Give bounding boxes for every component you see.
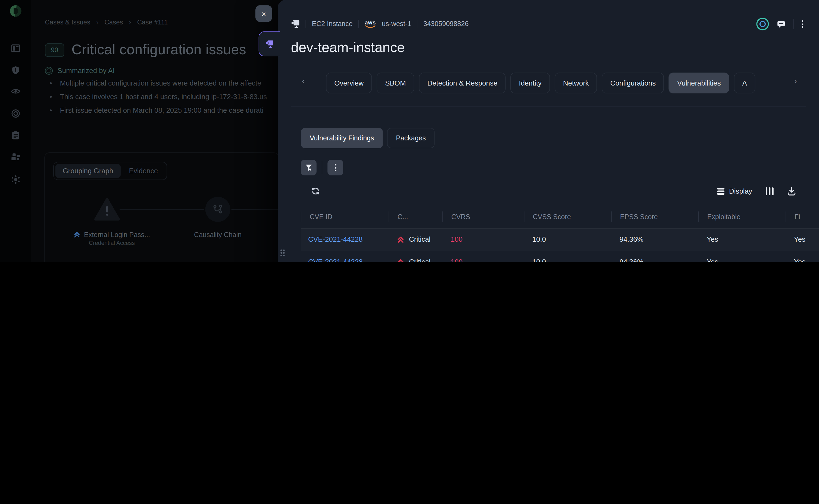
column-header[interactable]: C... [388,211,443,222]
asset-tab[interactable]: Overview [326,73,372,93]
case-title: Critical configuration issues [71,42,246,58]
column-header[interactable]: CVE ID [301,211,388,222]
display-button[interactable]: Display [717,187,752,195]
case-score-badge: 90 [45,43,64,57]
tabs-bar: OverviewSBOMDetection & ResponseIdentity… [326,73,789,95]
causality-chain-label[interactable]: Causality Chain [194,231,241,239]
asset-tab[interactable]: Detection & Response [419,73,506,93]
filter-button[interactable] [301,160,316,175]
breadcrumb-case-111[interactable]: Case #111 [137,19,168,26]
causality-chain-node-icon[interactable] [205,197,230,222]
left-sidebar: ? MB [0,0,31,262]
breadcrumb-cases-issues[interactable]: Cases & Issues [45,19,90,26]
graph-view-tab[interactable]: Evidence [122,164,165,178]
account-id-label: 343059098826 [424,20,469,28]
orca-logo-icon[interactable] [10,5,21,17]
display-lines-icon [717,188,724,195]
asset-tab[interactable]: Configurations [602,73,664,93]
ai-summary-icon [45,67,53,75]
ai-bullet: •Multiple critical configuration issues … [50,79,261,87]
download-icon[interactable] [787,187,796,196]
active-asset-side-tab[interactable] [258,31,280,56]
breadcrumb-separator: › [96,19,98,26]
attack-node-label[interactable]: External Login Pass... [74,231,150,239]
exploitable-cell: Yes [698,236,786,244]
panel-resize-handle[interactable] [280,250,285,257]
asset-tab[interactable]: Identity [511,73,550,93]
columns-icon[interactable] [766,187,774,195]
asset-tab[interactable]: A [734,73,755,93]
ai-bullet: •First issue detected on March 08, 2025 … [50,106,263,114]
asset-tab[interactable]: Vulnerabilities [669,73,729,93]
column-header[interactable]: Exploitable [698,211,786,222]
ai-summary-label: Summarized by AI [57,67,115,75]
asset-tab[interactable]: Network [555,73,597,93]
breadcrumb: Cases & Issues › Cases › Case #111 [45,19,168,26]
ai-assistant-ring-icon[interactable] [756,18,769,30]
cve-link[interactable]: CVE-2021-44228 [301,258,388,262]
sidebar-item-attack-hub[interactable] [11,175,20,184]
breadcrumb-separator: › [129,19,131,26]
close-drawer-button[interactable]: × [255,5,272,22]
fix-cell: Yes [786,236,819,244]
cve-link[interactable]: CVE-2021-44228 [301,236,388,244]
region-label: us-west-1 [382,20,411,28]
column-header[interactable]: CVSS Score [524,211,611,222]
sidebar-item-compliance-clipboard[interactable] [11,131,20,140]
more-options-icon[interactable] [802,20,804,28]
severity-icon [397,258,404,262]
monitor-icon [291,20,300,28]
graph-view-tab[interactable]: Grouping Graph [55,164,121,178]
grouping-graph-card: Grouping GraphEvidence External Login Pa… [44,152,279,262]
severity-cell: Critical [388,258,443,262]
severity-icon [397,236,404,243]
tabs-scroll-left-icon[interactable]: ‹ [302,76,305,87]
app-root: ? MB Cases & Issues › Cases › Case #111 … [0,0,819,262]
exploitable-cell: Yes [698,258,786,262]
cvrs-cell: 100 [443,258,524,262]
graph-view-switcher: Grouping GraphEvidence [53,162,167,180]
sidebar-item-target[interactable] [11,109,20,118]
severity-chevron-icon [74,231,80,238]
column-header[interactable]: CVRS [443,211,524,222]
sidebar-item-dashboard[interactable] [11,44,20,53]
monitor-icon [265,40,274,48]
table-header: CVE IDC...CVRSCVSS ScoreEPSS ScoreExploi… [301,209,819,225]
table-row[interactable]: CVE-2021-44228 Critical 100 10.0 94.36% … [301,250,819,262]
findings-subtab[interactable]: Vulnerability Findings [301,128,383,148]
asset-type-label: EC2 Instance [312,20,353,28]
comment-icon[interactable] [777,20,786,29]
sidebar-item-alerts-shield[interactable] [11,66,20,75]
cvrs-cell: 100 [443,236,524,244]
column-header[interactable]: Fi [786,211,819,222]
table-options-button[interactable] [327,160,343,175]
severity-cell: Critical [388,236,443,244]
severity-label: Critical [409,236,431,244]
aws-logo-icon: aws [365,20,376,29]
asset-drawer: EC2 Instance aws us-west-1 343059098826 … [278,0,819,262]
table-row[interactable]: CVE-2021-44228 Critical 100 10.0 94.36% … [301,228,819,250]
vulnerability-table: CVE-2021-44228 Critical 100 10.0 94.36% … [301,228,819,262]
sidebar-item-inventory-blocks[interactable] [11,153,20,161]
findings-switcher: Vulnerability FindingsPackages [301,128,435,148]
severity-label: Critical [409,258,431,262]
cvss-cell: 10.0 [524,236,611,244]
tabs-divider [291,106,806,107]
epss-cell: 94.36% [611,258,698,262]
epss-cell: 94.36% [611,236,698,244]
cvss-cell: 10.0 [524,258,611,262]
asset-title: dev-team-instance [291,40,405,56]
fix-cell: Yes [786,258,819,262]
filter-funnel-icon [305,164,313,172]
sidebar-item-visibility-eye[interactable] [11,88,20,95]
attack-node-sublabel: Credential Access [89,240,135,246]
asset-tab[interactable]: SBOM [376,73,414,93]
attack-node-icon[interactable] [94,198,120,221]
findings-subtab[interactable]: Packages [387,128,435,148]
ai-bullet: •This case involves 1 host and 4 users, … [50,93,267,101]
breadcrumb-cases[interactable]: Cases [104,19,123,26]
asset-header: EC2 Instance aws us-west-1 343059098826 [291,19,469,29]
refresh-icon[interactable] [311,187,320,195]
tabs-scroll-right-icon[interactable]: › [794,76,797,87]
column-header[interactable]: EPSS Score [611,211,698,222]
